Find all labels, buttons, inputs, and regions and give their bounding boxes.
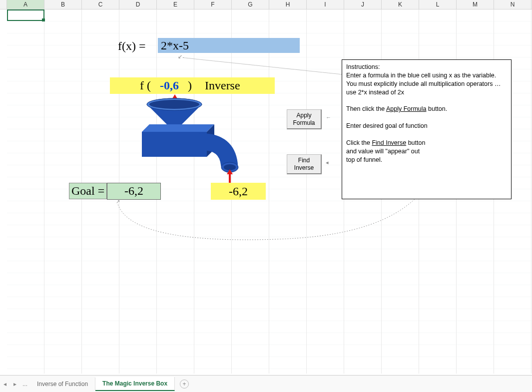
- connector-line: [183, 57, 342, 74]
- arrow-up-icon: [227, 169, 233, 174]
- svg-point-2: [149, 100, 199, 109]
- col-L[interactable]: L: [419, 0, 457, 9]
- instructions-p2: Then click the Apply Formula button.: [346, 105, 507, 113]
- tab-more-button[interactable]: ...: [20, 381, 30, 388]
- find-inverse-button[interactable]: FindInverse: [287, 154, 322, 174]
- sheet-tabs: ◂ ▸ ... Inverse of Function The Magic In…: [0, 375, 532, 392]
- f-open: f (: [140, 79, 151, 92]
- col-B[interactable]: B: [44, 0, 82, 9]
- arrowhead-icon: ↙: [178, 53, 182, 60]
- tab-magic-inverse-box[interactable]: The Magic Inverse Box: [95, 377, 175, 391]
- col-C[interactable]: C: [82, 0, 119, 9]
- f-close: ): [188, 79, 192, 92]
- add-sheet-button[interactable]: +: [180, 380, 189, 389]
- col-M[interactable]: M: [457, 0, 494, 9]
- f-input-value: -0,6: [160, 79, 179, 92]
- apply-formula-button[interactable]: ApplyFormula: [287, 109, 322, 129]
- col-A[interactable]: A: [7, 0, 44, 9]
- apply-formula-label: ApplyFormula: [293, 112, 315, 126]
- col-G[interactable]: G: [232, 0, 269, 9]
- instructions-box: Instructions: Enter a formula in the blu…: [342, 59, 512, 199]
- find-inverse-label: FindInverse: [294, 157, 314, 171]
- arrowhead-icon: ←: [326, 114, 331, 120]
- instructions-p1: Enter a formula in the blue cell using x…: [346, 71, 507, 97]
- column-headers: A B C D E F G H I J K L M N: [0, 0, 532, 9]
- col-I[interactable]: I: [307, 0, 344, 9]
- goal-output: -6,2: [211, 183, 266, 200]
- selected-cell[interactable]: [7, 9, 44, 21]
- instructions-p3: Enter desired goal of function: [346, 122, 507, 130]
- function-banner: f ( -0,6 ) Inverse: [110, 77, 275, 94]
- col-E[interactable]: E: [157, 0, 194, 9]
- spreadsheet-grid[interactable]: f(x) = 2*x-5 ↙ f ( -0,6 ) Inverse Goal =…: [7, 9, 532, 374]
- goal-label: Goal =: [69, 183, 107, 199]
- svg-marker-3: [142, 124, 214, 132]
- instructions-p4: Click the Find Inverse button and value …: [346, 139, 426, 164]
- goal-input[interactable]: -6,2: [107, 183, 161, 200]
- col-J[interactable]: J: [344, 0, 382, 9]
- tab-prev-button[interactable]: ◂: [0, 381, 10, 388]
- col-F[interactable]: F: [194, 0, 232, 9]
- col-N[interactable]: N: [494, 0, 532, 9]
- arrowhead-icon: ◂: [326, 159, 329, 166]
- instructions-title: Instructions:: [346, 63, 507, 71]
- funnel-machine-icon: [137, 94, 252, 184]
- fx-label: f(x) =: [118, 39, 146, 53]
- tab-next-button[interactable]: ▸: [10, 381, 20, 388]
- col-H[interactable]: H: [269, 0, 307, 9]
- col-K[interactable]: K: [382, 0, 419, 9]
- inverse-label: Inverse: [205, 79, 240, 92]
- col-D[interactable]: D: [119, 0, 157, 9]
- formula-input[interactable]: 2*x-5: [158, 38, 300, 53]
- tab-inverse-of-function[interactable]: Inverse of Function: [30, 378, 95, 391]
